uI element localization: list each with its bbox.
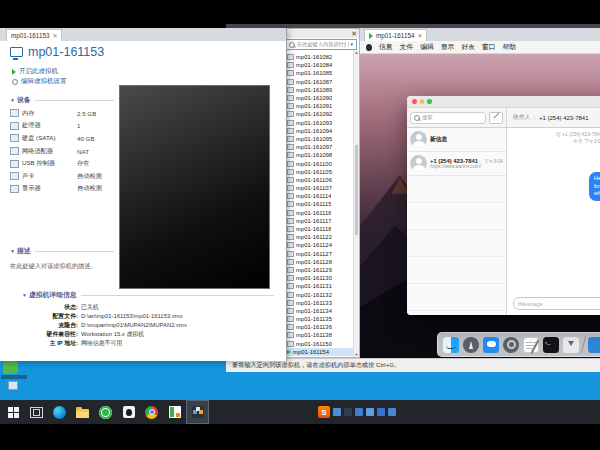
vmware-workstation-button[interactable] xyxy=(186,400,209,424)
library-search-input[interactable]: 在此处键入内容进行搜索 xyxy=(297,41,346,48)
apple-menu-icon[interactable] xyxy=(366,44,372,51)
edge-browser-button[interactable] xyxy=(48,400,71,424)
close-tab-icon[interactable]: ✕ xyxy=(52,32,57,39)
sogou-input-icon[interactable]: S xyxy=(318,406,330,418)
macos-menu-item[interactable]: 信息 xyxy=(379,42,393,52)
description-placeholder[interactable]: 在此处键入对该虚拟机的描述。 xyxy=(10,262,114,270)
dock-app-icon-clipped[interactable] xyxy=(588,337,600,353)
vm-list-item[interactable]: mp01-161134 xyxy=(287,307,353,315)
vm-list-item[interactable]: mp01-161098 xyxy=(287,151,353,159)
vm-list-item[interactable]: mp01-161085 xyxy=(287,69,353,77)
vm-list-item[interactable]: mp01-161092 xyxy=(287,110,353,118)
green-app-button[interactable] xyxy=(94,400,117,424)
vm-list-item[interactable]: mp01-161095 xyxy=(287,135,353,143)
conversation-contact[interactable]: +1 (254) 423-7841 下午3:04 https://www.aar… xyxy=(407,152,506,176)
messages-titlebar[interactable] xyxy=(407,96,600,108)
terminal-icon[interactable] xyxy=(543,337,559,353)
vm-list-item[interactable]: mp01-161114 xyxy=(287,192,353,200)
vm-list-item[interactable]: mp01-161129 xyxy=(287,266,353,274)
downloads-icon[interactable] xyxy=(563,337,579,353)
tray-icon[interactable] xyxy=(388,408,396,416)
vm-list-item[interactable]: mp01-161136 xyxy=(287,323,353,331)
to-recipient-value[interactable]: +1 (254) 423-7841 xyxy=(539,115,589,121)
vm-list-item[interactable]: mp01-161115 xyxy=(287,200,353,208)
vm-list-item[interactable]: mp01-161094 xyxy=(287,127,353,135)
apple-app-button[interactable] xyxy=(117,400,140,424)
vm-list-item[interactable]: mp01-161132 xyxy=(287,290,353,298)
tray-icon[interactable] xyxy=(355,408,363,416)
compose-message-button[interactable] xyxy=(489,112,503,124)
task-view-button[interactable] xyxy=(25,400,48,424)
scrollbar-thumb[interactable] xyxy=(355,145,358,235)
vm-list-item[interactable]: mp01-161097 xyxy=(287,143,353,151)
macos-menu-item[interactable]: 帮助 xyxy=(503,42,517,52)
vm-list-item[interactable]: mp01-161091 xyxy=(287,102,353,110)
vm-list-item[interactable]: mp01-161117 xyxy=(287,217,353,225)
tray-icon[interactable] xyxy=(377,408,385,416)
system-preferences-icon[interactable] xyxy=(503,337,519,353)
vm-list-item[interactable]: mp01-161130 xyxy=(287,274,353,282)
chrome-button[interactable] xyxy=(140,400,163,424)
scroll-up-icon[interactable]: ▲ xyxy=(355,50,359,55)
vm-list-item[interactable]: mp01-161105 xyxy=(287,168,353,176)
conversation-new-message[interactable]: 新信息 xyxy=(407,128,506,152)
vm-list-item[interactable]: mp01-161133 xyxy=(287,299,353,307)
messages-search-input[interactable]: 搜索 xyxy=(410,112,486,124)
vm-list-item[interactable]: mp01-161131 xyxy=(287,282,353,290)
close-icon[interactable]: ✕ xyxy=(351,30,357,37)
vm-list-item[interactable]: mp01-161128 xyxy=(287,258,353,266)
tab-mp01-161153[interactable]: mp01-161153 ✕ xyxy=(6,29,62,41)
vm-list-item[interactable]: mp01-161107 xyxy=(287,184,353,192)
close-window-icon[interactable] xyxy=(412,99,417,104)
finder-icon[interactable] xyxy=(443,337,459,353)
vm-list-item[interactable]: mp01-161138 xyxy=(287,331,353,339)
vm-screen-preview[interactable] xyxy=(119,85,270,289)
textedit-icon[interactable] xyxy=(523,337,539,353)
vm-list-item[interactable]: mp01-161135 xyxy=(287,315,353,323)
macos-menu-item[interactable]: 好友 xyxy=(461,42,475,52)
imessage-input[interactable]: iMessage xyxy=(513,297,600,310)
desktop-shortcut-icon-2[interactable] xyxy=(8,381,18,390)
messages-dock-icon[interactable] xyxy=(483,337,499,353)
vm-list-item[interactable]: mp01-161116 xyxy=(287,209,353,217)
tab-mp01-161154[interactable]: mp01-161154 ✕ xyxy=(364,29,427,41)
launchpad-icon[interactable] xyxy=(463,337,479,353)
power-on-vm-link[interactable]: 开启此虚拟机 xyxy=(12,67,58,76)
tray-icon[interactable] xyxy=(366,408,374,416)
vm-list-item[interactable]: mp01-161093 xyxy=(287,119,353,127)
file-explorer-button[interactable] xyxy=(71,400,94,424)
macos-menu-item[interactable]: 显示 xyxy=(441,42,455,52)
zoom-window-icon[interactable] xyxy=(427,99,432,104)
macos-menu-item[interactable]: 窗口 xyxy=(482,42,496,52)
library-scrollbar[interactable]: ▲ ▼ xyxy=(353,50,359,357)
vm-list-item[interactable]: mp01-161087 xyxy=(287,78,353,86)
macos-screen[interactable]: 搜索 收件人： +1 (254) 423-7841 xyxy=(360,54,600,358)
vm-list-item[interactable]: mp01-161084 xyxy=(287,61,353,69)
minimize-window-icon[interactable] xyxy=(420,99,425,104)
close-tab-icon[interactable]: ✕ xyxy=(417,32,422,39)
start-button[interactable] xyxy=(2,400,25,424)
macos-menu-item[interactable]: 文件 xyxy=(400,42,414,52)
tray-icon[interactable] xyxy=(333,408,341,416)
vm-list-item[interactable]: mp01-161154 xyxy=(287,348,353,356)
vm-list-item[interactable]: mp01-161118 xyxy=(287,225,353,233)
devices-section-header[interactable]: ▼ 设备 xyxy=(10,95,114,105)
description-section-header[interactable]: ▼ 描述 xyxy=(10,246,114,256)
vm-list-item[interactable]: mp01-161150 xyxy=(287,340,353,348)
vm-list-item[interactable]: mp01-161082 xyxy=(287,53,353,61)
vm-list-item[interactable]: mp01-161100 xyxy=(287,159,353,167)
vm-list-item[interactable]: mp01-161127 xyxy=(287,250,353,258)
tray-icon[interactable] xyxy=(344,408,352,416)
vm-details-header[interactable]: ▼ 虚拟机详细信息 xyxy=(22,290,274,300)
vm-list-item[interactable]: mp01-161122 xyxy=(287,233,353,241)
macos-menu-item[interactable]: 编辑 xyxy=(420,42,434,52)
vm-list-item[interactable]: mp01-161106 xyxy=(287,176,353,184)
vm-list-item[interactable]: mp01-161090 xyxy=(287,94,353,102)
vm-list-item[interactable]: mp01-161124 xyxy=(287,241,353,249)
chevron-down-icon[interactable]: ▼ xyxy=(348,42,354,47)
edit-vm-settings-link[interactable]: 编辑虚拟机设置 xyxy=(12,77,67,86)
vm-list-item[interactable]: mp01-161089 xyxy=(287,86,353,94)
scroll-down-icon[interactable]: ▼ xyxy=(355,352,359,357)
desktop-shortcut-icon[interactable] xyxy=(3,361,18,374)
document-app-button[interactable] xyxy=(163,400,186,424)
